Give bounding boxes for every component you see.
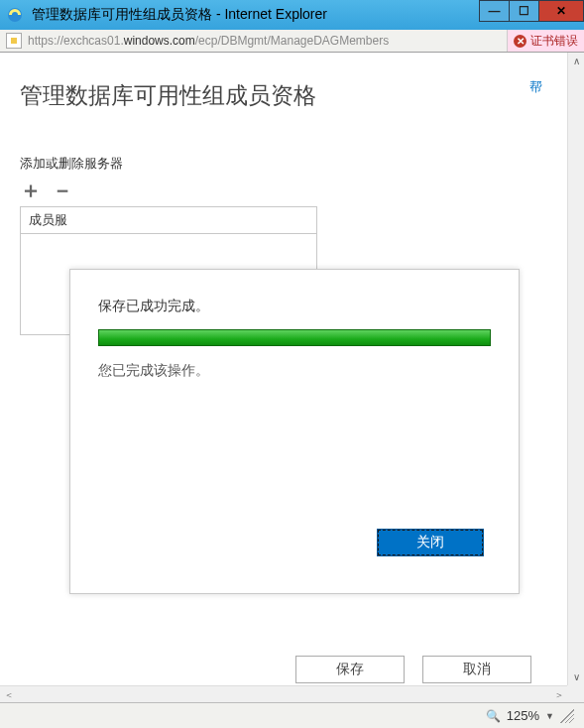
cancel-button[interactable]: 取消 — [422, 656, 531, 683]
page-icon — [6, 33, 22, 49]
window-controls: — ☐ ✕ — [479, 0, 584, 22]
save-button[interactable]: 保存 — [295, 656, 405, 683]
cert-error-text: 证书错误 — [530, 33, 578, 50]
window-close-button[interactable]: ✕ — [538, 0, 584, 22]
list-toolbar: ＋ － — [20, 181, 547, 200]
horizontal-scrollbar[interactable]: ＜ ＞ — [0, 685, 567, 702]
window-title: 管理数据库可用性组成员资格 - Internet Explorer — [32, 6, 327, 24]
dialog-close-button[interactable]: 关闭 — [378, 530, 483, 555]
svg-rect-2 — [11, 38, 17, 44]
status-bar: 🔍 125% ▼ — [0, 702, 584, 728]
ie-icon — [6, 6, 24, 24]
address-bar: https://exchcas01.windows.com/ecp/DBMgmt… — [0, 30, 584, 53]
scroll-right-icon[interactable]: ＞ — [550, 686, 567, 703]
url-prefix: https://exchcas01. — [28, 34, 124, 48]
help-link[interactable]: 帮 — [529, 78, 542, 96]
url-domain: windows.com — [124, 34, 195, 48]
viewport: 帮 管理数据库可用性组成员资格 添加或删除服务器 ＋ － 成员服 保存 取消 保… — [0, 53, 584, 702]
cert-error-badge[interactable]: ✕ 证书错误 — [507, 30, 584, 52]
resize-grip-icon[interactable] — [560, 709, 574, 723]
dialog-body: 您已完成该操作。 — [98, 362, 491, 380]
page-title: 管理数据库可用性组成员资格 — [20, 80, 547, 111]
scroll-corner — [567, 685, 584, 702]
remove-button[interactable]: － — [52, 181, 71, 200]
section-label: 添加或删除服务器 — [20, 155, 547, 173]
bottom-actions: 保存 取消 — [295, 656, 531, 683]
member-list-header: 成员服 — [21, 207, 316, 234]
minimize-button[interactable]: — — [479, 0, 509, 22]
save-complete-dialog: 保存已成功完成。 您已完成该操作。 关闭 — [69, 269, 520, 594]
maximize-button[interactable]: ☐ — [509, 0, 538, 22]
vertical-scrollbar[interactable]: ∧ ∨ — [567, 53, 584, 685]
dialog-title: 保存已成功完成。 — [98, 298, 491, 315]
scroll-left-icon[interactable]: ＜ — [0, 686, 17, 703]
scroll-down-icon[interactable]: ∨ — [568, 668, 584, 685]
add-button[interactable]: ＋ — [20, 181, 40, 200]
url-path: /ecp/DBMgmt/ManageDAGMembers — [195, 34, 389, 48]
scroll-up-icon[interactable]: ∧ — [568, 53, 584, 69]
progress-bar — [98, 329, 491, 346]
url-text[interactable]: https://exchcas01.windows.com/ecp/DBMgmt… — [28, 34, 507, 48]
zoom-icon[interactable]: 🔍 — [486, 709, 501, 723]
zoom-level[interactable]: 125% — [507, 708, 539, 723]
error-icon: ✕ — [514, 35, 526, 48]
window-titlebar: 管理数据库可用性组成员资格 - Internet Explorer — ☐ ✕ — [0, 0, 584, 30]
zoom-dropdown-icon[interactable]: ▼ — [545, 711, 554, 721]
